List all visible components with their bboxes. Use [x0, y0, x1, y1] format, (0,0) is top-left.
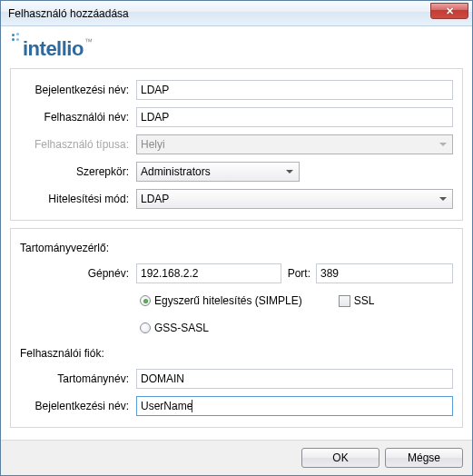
ssl-checkbox[interactable]: SSL	[339, 294, 375, 307]
account-login-value: UserName	[141, 400, 192, 412]
ldap-detail-group: Tartományvezérlő: Gépnév: Port: Egyszerű…	[10, 228, 463, 428]
checkbox-icon	[339, 295, 350, 307]
window-title: Felhasználó hozzáadása	[8, 7, 129, 20]
ok-button[interactable]: OK	[301, 448, 379, 468]
login-name-input[interactable]	[136, 80, 453, 100]
login-name-label: Bejelentkezési név:	[20, 84, 136, 96]
cancel-button[interactable]: Mégse	[385, 448, 463, 468]
logo-text: intellio™	[23, 37, 92, 61]
port-input[interactable]	[316, 263, 453, 283]
user-name-label: Felhasználói név:	[20, 111, 136, 124]
gss-label: GSS-SASL	[154, 322, 209, 334]
account-login-label: Bejelentkezési név:	[20, 400, 136, 412]
titlebar: Felhasználó hozzáadása ✕	[1, 1, 472, 26]
chevron-down-icon	[439, 197, 447, 201]
user-type-value: Helyi	[141, 138, 165, 151]
role-label: Szerepkör:	[20, 165, 136, 178]
radio-icon	[140, 322, 151, 333]
simple-auth-radio[interactable]: Egyszerű hitelesítés (SIMPLE)	[140, 294, 302, 307]
user-name-input[interactable]	[136, 107, 453, 127]
role-value: Administrators	[141, 165, 211, 178]
dialog-window: Felhasználó hozzáadása ✕ intellio™ Bejel…	[0, 0, 473, 476]
domain-controller-title: Tartományvezérlő:	[20, 240, 453, 263]
hostname-input[interactable]	[136, 263, 281, 283]
close-button[interactable]: ✕	[430, 3, 468, 19]
domain-name-input[interactable]	[136, 369, 453, 389]
simple-auth-label: Egyszerű hitelesítés (SIMPLE)	[154, 294, 302, 307]
app-logo: intellio™	[12, 34, 463, 61]
chevron-down-icon	[439, 143, 447, 146]
logo-icon	[12, 34, 23, 46]
domain-name-label: Tartománynév:	[20, 372, 136, 385]
hostname-label: Gépnév:	[20, 267, 136, 280]
auth-mode-value: LDAP	[141, 193, 169, 205]
chevron-down-icon	[286, 170, 293, 174]
gss-sasl-radio[interactable]: GSS-SASL	[140, 322, 209, 334]
auth-mode-label: Hitelesítési mód:	[20, 193, 136, 205]
text-caret	[192, 400, 192, 412]
user-account-title: Felhasználói fiók:	[20, 345, 453, 369]
radio-icon	[140, 295, 151, 306]
close-icon: ✕	[446, 5, 454, 17]
port-label: Port:	[281, 267, 316, 280]
user-type-select: Helyi	[136, 134, 453, 154]
ssl-label: SSL	[354, 294, 375, 307]
auth-mode-select[interactable]: LDAP	[136, 189, 453, 209]
user-type-label: Felhasználó típusa:	[20, 138, 136, 151]
account-login-input[interactable]: UserName	[136, 396, 453, 416]
role-select[interactable]: Administrators	[136, 162, 300, 182]
user-basic-group: Bejelentkezési név: Felhasználói név: Fe…	[10, 68, 463, 221]
dialog-button-bar: OK Mégse	[1, 440, 472, 475]
